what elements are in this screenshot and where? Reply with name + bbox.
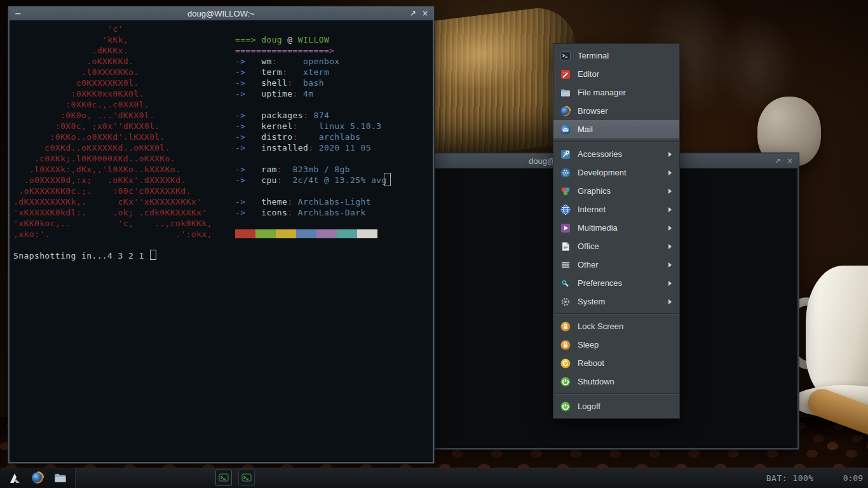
other-icon xyxy=(560,259,571,271)
palette-swatch xyxy=(276,229,296,238)
reboot-icon xyxy=(560,358,571,369)
menu-item-lock-screen[interactable]: Lock Screen xyxy=(553,317,679,336)
close-button[interactable]: × xyxy=(787,154,793,168)
menu-item-label: Multimedia xyxy=(578,223,668,233)
menu-item-label: Terminal xyxy=(578,51,674,60)
menu-item-sleep[interactable]: Sleep xyxy=(553,336,679,354)
menu-item-terminal[interactable]: Terminal xyxy=(553,46,679,65)
menu-item-label: Preferences xyxy=(578,278,668,288)
menu-item-label: Logoff xyxy=(578,402,674,411)
color-palette xyxy=(235,229,377,238)
menu-separator xyxy=(554,313,679,315)
menu-item-multimedia[interactable]: Multimedia xyxy=(553,219,679,237)
internet-icon xyxy=(560,204,571,215)
palette-swatch xyxy=(255,229,276,238)
taskbar-terminal-2[interactable] xyxy=(238,470,255,486)
menu-item-editor[interactable]: Editor xyxy=(553,65,679,83)
sleep-icon xyxy=(560,339,571,351)
prompt-text: Snapshotting in...4 3 2 1 xyxy=(13,251,149,261)
browser-icon xyxy=(560,105,571,117)
menu-item-browser[interactable]: Browser xyxy=(553,102,679,120)
menu-item-other[interactable]: Other xyxy=(553,255,679,274)
battery-status: BAT: 100% xyxy=(766,473,814,483)
submenu-arrow-icon xyxy=(668,152,672,157)
fetch-info: ===> doug @ WILLOW==================>-> … xyxy=(235,34,387,218)
menu-separator xyxy=(554,141,679,142)
menu-item-label: System xyxy=(578,297,668,306)
clock: 0:09 xyxy=(843,473,863,483)
menu-item-label: Office xyxy=(578,241,668,251)
preferences-icon xyxy=(560,278,571,289)
graphics-icon xyxy=(560,186,571,197)
editor-icon xyxy=(560,69,571,80)
firefox-launcher-icon[interactable] xyxy=(31,471,44,485)
restore-button[interactable]: ↗ xyxy=(410,7,416,20)
system-icon xyxy=(560,296,571,308)
window2-title: doug@ xyxy=(529,156,555,166)
submenu-arrow-icon xyxy=(668,262,672,268)
text-cursor xyxy=(150,250,156,260)
terminal-window-active[interactable]: − doug@WILLOW:~ ↗ × 'c' 'kKk, .dKKKx. .o… xyxy=(8,6,434,463)
logoff-icon xyxy=(560,401,571,412)
menu-item-label: Mail xyxy=(578,125,674,134)
close-button[interactable]: × xyxy=(422,7,428,20)
submenu-arrow-icon xyxy=(668,281,672,286)
menu-item-system[interactable]: System xyxy=(553,292,679,311)
submenu-arrow-icon xyxy=(668,299,672,304)
archlabs-logo-icon[interactable] xyxy=(8,471,22,485)
menu-item-label: Shutdown xyxy=(578,377,674,386)
menu-item-preferences[interactable]: Preferences xyxy=(553,274,679,292)
desktop: doug@ ↗ × − doug@WILLOW:~ ↗ × 'c' 'kKk, xyxy=(0,0,868,488)
submenu-arrow-icon xyxy=(668,226,672,231)
menu-item-office[interactable]: Office xyxy=(553,237,679,255)
menu-item-development[interactable]: Development xyxy=(553,163,679,182)
menu-item-label: File manager xyxy=(578,88,674,97)
submenu-arrow-icon xyxy=(668,189,672,194)
menu-item-label: Browser xyxy=(578,106,674,116)
window1-title: doug@WILLOW:~ xyxy=(187,9,255,18)
root-menu: TerminalEditorFile managerBrowserMailAcc… xyxy=(553,43,680,419)
prompt-line: Snapshotting in...4 3 2 1 xyxy=(13,250,156,261)
palette-swatch xyxy=(316,229,337,238)
menu-item-label: Editor xyxy=(578,69,674,79)
shutdown-icon xyxy=(560,376,571,388)
menu-item-label: Internet xyxy=(578,205,668,214)
menu-item-file-manager[interactable]: File manager xyxy=(553,83,679,102)
menu-item-label: Reboot xyxy=(578,358,674,368)
taskbar-terminal-1[interactable] xyxy=(215,470,232,486)
terminal-screen[interactable]: 'c' 'kKk, .dKKKx. .oKXKKKd. .l0XXXXKKo. … xyxy=(10,20,433,462)
terminal-icon xyxy=(560,50,571,62)
submenu-arrow-icon xyxy=(668,170,672,175)
menu-item-shutdown[interactable]: Shutdown xyxy=(553,372,679,391)
menu-item-label: Development xyxy=(578,168,668,177)
palette-swatch xyxy=(296,229,316,238)
menu-item-graphics[interactable]: Graphics xyxy=(553,182,679,200)
palette-swatch xyxy=(235,229,255,238)
menu-item-internet[interactable]: Internet xyxy=(553,200,679,219)
menu-separator xyxy=(554,393,679,395)
lock-screen-icon xyxy=(560,321,571,332)
accessories-icon xyxy=(560,149,571,160)
file-manager-launcher-icon[interactable] xyxy=(53,471,67,485)
mail-icon xyxy=(560,124,571,135)
development-icon xyxy=(560,167,571,179)
ascii-logo: 'c' 'kKk, .dKKKx. .oKXKKKd. .l0XXXXKKo. … xyxy=(13,24,212,240)
hollow-cursor-box xyxy=(384,173,391,186)
multimedia-icon xyxy=(560,222,571,234)
menu-item-label: Sleep xyxy=(578,340,674,349)
menu-item-label: Graphics xyxy=(578,186,668,196)
file-manager-icon xyxy=(560,87,571,98)
menu-item-logoff[interactable]: Logoff xyxy=(553,397,679,416)
taskbar-panel: BAT: 100% 0:09 xyxy=(0,468,868,488)
menu-item-accessories[interactable]: Accessories xyxy=(553,145,679,163)
office-icon xyxy=(560,241,571,252)
restore-button[interactable]: ↗ xyxy=(775,154,781,168)
submenu-arrow-icon xyxy=(668,244,672,249)
menu-item-label: Other xyxy=(578,260,668,269)
menu-item-reboot[interactable]: Reboot xyxy=(553,354,679,372)
window1-titlebar[interactable]: − doug@WILLOW:~ ↗ × xyxy=(9,7,433,20)
palette-swatch xyxy=(337,229,357,238)
menu-item-label: Accessories xyxy=(578,149,668,159)
minimize-button[interactable]: − xyxy=(15,7,22,20)
menu-item-mail[interactable]: Mail xyxy=(553,120,679,139)
